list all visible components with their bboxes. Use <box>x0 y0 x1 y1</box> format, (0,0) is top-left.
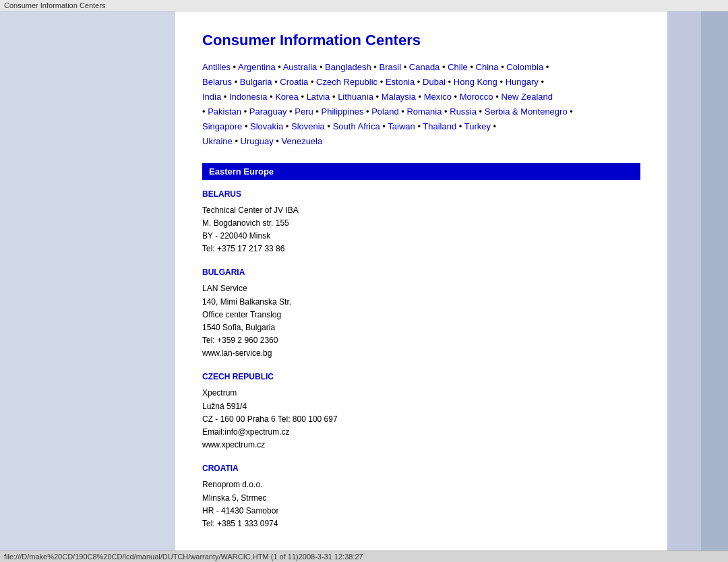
link-philippines[interactable]: Philippines <box>322 106 364 117</box>
link-pakistan[interactable]: Pakistan <box>208 106 241 117</box>
page-layout: Consumer Information Centers Antilles • … <box>0 11 728 562</box>
link-korea[interactable]: Korea <box>275 92 299 102</box>
sidebar-right <box>667 11 701 562</box>
sidebar-far-right <box>701 11 728 562</box>
title-bar: Consumer Information Centers <box>0 0 728 11</box>
link-slovenia[interactable]: Slovenia <box>291 121 325 131</box>
country-block-czech-republic: CZECH REPUBLIC Xpectrum Lužná 591/4 CZ -… <box>202 372 640 451</box>
link-dubai[interactable]: Dubai <box>423 77 446 87</box>
link-croatia[interactable]: Croatia <box>280 77 308 87</box>
link-uruguay[interactable]: Uruguay <box>241 136 274 146</box>
section-header-eastern-europe: Eastern Europe <box>202 163 640 180</box>
link-canada[interactable]: Canada <box>409 62 440 72</box>
content-area: Consumer Information Centers Antilles • … <box>175 11 728 562</box>
title-bar-text: Consumer Information Centers <box>4 1 105 9</box>
link-slovakia[interactable]: Slovakia <box>250 121 283 131</box>
link-venezuela[interactable]: Venezuela <box>282 136 323 146</box>
link-ukraine[interactable]: Ukraine <box>202 136 233 146</box>
link-antilles[interactable]: Antilles <box>202 62 231 72</box>
navigation-links: Antilles • Argentina • Australia • Bangl… <box>202 60 640 150</box>
link-newzealand[interactable]: New Zealand <box>501 92 553 102</box>
link-china[interactable]: China <box>476 62 499 72</box>
link-bangladesh[interactable]: Bangladesh <box>325 62 371 72</box>
link-morocco[interactable]: Morocco <box>460 92 493 102</box>
link-peru[interactable]: Peru <box>295 106 313 117</box>
main-content: Consumer Information Centers Antilles • … <box>175 11 667 562</box>
country-info-czech-republic: Xpectrum Lužná 591/4 CZ - 160 00 Praha 6… <box>202 387 640 451</box>
link-bulgaria[interactable]: Bulgaria <box>240 77 272 87</box>
link-malaysia[interactable]: Malaysia <box>382 92 416 102</box>
link-serbia[interactable]: Serbia & Montenegro <box>485 106 568 117</box>
country-block-belarus: BELARUS Technical Center of JV IBA M. Bo… <box>202 189 640 256</box>
link-hongkong[interactable]: Hong Kong <box>454 77 497 87</box>
link-latvia[interactable]: Latvia <box>307 92 330 102</box>
link-india[interactable]: India <box>202 92 221 102</box>
link-mexico[interactable]: Mexico <box>424 92 452 102</box>
link-belarus[interactable]: Belarus <box>202 77 232 87</box>
link-taiwan[interactable]: Taiwan <box>388 121 415 131</box>
country-title-croatia[interactable]: CROATIA <box>202 464 640 473</box>
status-bar: file:///D/make%20CD/190C8%20CD/lcd/manua… <box>0 551 728 562</box>
link-romania[interactable]: Romania <box>406 106 442 117</box>
link-southafrica[interactable]: South Africa <box>333 121 380 131</box>
link-poland[interactable]: Poland <box>371 106 398 117</box>
link-russia[interactable]: Russia <box>450 106 477 117</box>
country-block-croatia: CROATIA Renoprom d.o.o. Mlinska 5, Strme… <box>202 464 640 530</box>
country-block-bulgaria: BULGARIA LAN Service 140, Mimi Balkanska… <box>202 268 640 360</box>
country-info-croatia: Renoprom d.o.o. Mlinska 5, Strmec HR - 4… <box>202 478 640 530</box>
link-australia[interactable]: Australia <box>283 62 317 72</box>
link-hungary[interactable]: Hungary <box>506 77 539 87</box>
country-info-bulgaria: LAN Service 140, Mimi Balkanska Str. Off… <box>202 282 640 360</box>
link-paraguay[interactable]: Paraguay <box>249 106 287 117</box>
link-colombia[interactable]: Colombia <box>506 62 543 72</box>
country-title-czech-republic[interactable]: CZECH REPUBLIC <box>202 372 640 381</box>
country-title-belarus[interactable]: BELARUS <box>202 189 640 199</box>
link-chile[interactable]: Chile <box>448 62 468 72</box>
link-brasil[interactable]: Brasil <box>380 62 402 72</box>
link-estonia[interactable]: Estonia <box>386 77 415 87</box>
page-title: Consumer Information Centers <box>202 32 640 49</box>
link-lithuania[interactable]: Lithuania <box>338 92 373 102</box>
country-info-belarus: Technical Center of JV IBA M. Bogdanovic… <box>202 204 640 256</box>
country-title-bulgaria[interactable]: BULGARIA <box>202 268 640 277</box>
link-argentina[interactable]: Argentina <box>238 62 276 72</box>
link-indonesia[interactable]: Indonesia <box>229 92 267 102</box>
sidebar-left <box>0 11 175 562</box>
link-singapore[interactable]: Singapore <box>202 121 242 131</box>
status-bar-text: file:///D/make%20CD/190C8%20CD/lcd/manua… <box>4 553 363 561</box>
link-turkey[interactable]: Turkey <box>464 121 491 131</box>
link-thailand[interactable]: Thailand <box>423 121 456 131</box>
link-czech-republic[interactable]: Czech Republic <box>316 77 377 87</box>
